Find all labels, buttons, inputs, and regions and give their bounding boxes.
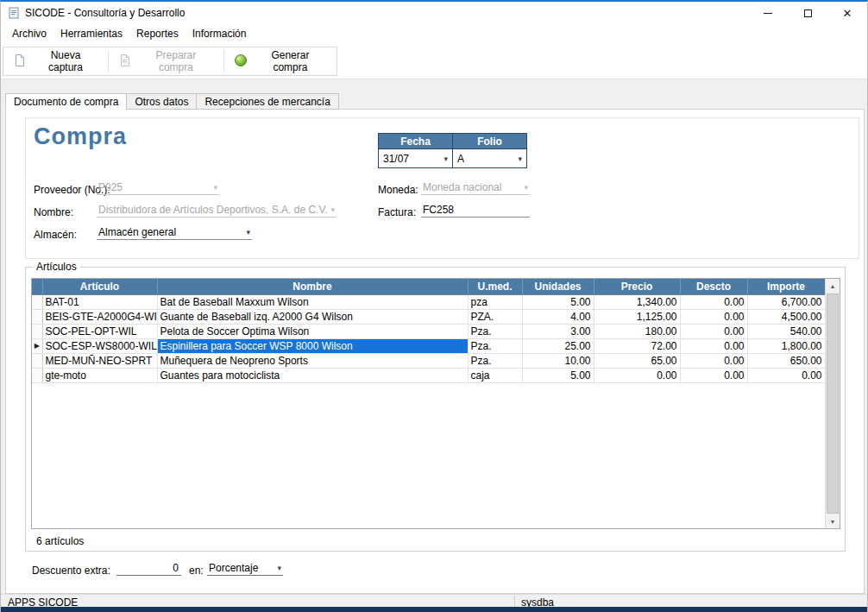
scrollbar-thumb[interactable] [827,293,839,514]
chevron-down-icon: ▾ [524,183,528,192]
cell-precio[interactable]: 0.00 [594,368,680,382]
tab-otros-datos[interactable]: Otros datos [126,93,197,110]
row-selector [32,324,42,338]
cell-articulo[interactable]: SOC-PEL-OPT-WIL [42,324,157,338]
purchase-header-panel: Compra Fecha Folio 31/07▾ A▾ Proveedor (… [25,117,859,259]
menu-archivo[interactable]: Archivo [5,26,53,41]
cell-descto[interactable]: 0.00 [680,368,747,382]
cell-umed[interactable]: Pza. [468,353,522,368]
cell-nombre[interactable]: Guantes para motociclista [157,368,468,382]
chevron-down-icon: ▾ [443,155,448,163]
cell-articulo[interactable]: BAT-01 [42,294,157,309]
vertical-scrollbar[interactable]: ▲ ▼ [825,279,840,528]
descuento-tipo-select[interactable]: Porcentaje ▾ [207,561,283,576]
cell-importe[interactable]: 540.00 [747,324,825,338]
maximize-button[interactable] [788,2,827,24]
factura-input[interactable]: FC258 [421,203,530,218]
cell-unidades[interactable]: 3.00 [522,324,594,338]
toolbar: Nueva captura Preparar compra Generar co… [1,42,867,79]
preparar-compra-button: Preparar compra [109,47,223,75]
generar-compra-button[interactable]: Generar compra [224,47,337,75]
cell-importe[interactable]: 6,700.00 [747,294,825,309]
cell-articulo[interactable]: SOC-ESP-WS8000-WIL [42,338,157,353]
folio-select[interactable]: A▾ [453,149,527,168]
almacen-select[interactable]: Almacén general ▾ [97,225,252,240]
factura-value: FC258 [423,204,454,216]
row-selector [32,294,42,309]
column-header-descto[interactable]: Descto [680,279,747,294]
cell-umed[interactable]: Pza. [468,324,522,338]
cell-nombre[interactable]: Guante de Baseball izq. A2000 G4 Wilson [157,309,468,324]
cell-articulo[interactable]: gte-moto [42,368,157,382]
column-header-umed[interactable]: U.med. [468,279,522,294]
cell-unidades[interactable]: 5.00 [522,368,594,382]
table-row[interactable]: BAT-01Bat de Baseball Maxxum Wilsonpza5.… [32,294,825,309]
cell-descto[interactable]: 0.00 [680,309,747,324]
table-row[interactable]: gte-motoGuantes para motociclistacaja5.0… [32,368,825,382]
cell-precio[interactable]: 1,125.00 [594,309,680,324]
menu-herramientas[interactable]: Herramientas [53,26,129,41]
table-row[interactable]: ▶SOC-ESP-WS8000-WILEspinillera para Socc… [32,338,825,353]
descuento-extra-input[interactable]: 0 [116,561,181,576]
table-row[interactable]: SOC-PEL-OPT-WILPelota de Soccer Optima W… [32,324,825,338]
scroll-up-button[interactable]: ▲ [826,279,840,293]
cell-descto[interactable]: 0.00 [680,338,747,353]
descuento-extra-label: Descuento extra: [32,565,110,577]
scroll-down-icon: ▼ [830,519,836,525]
folio-value: A [457,153,464,165]
nueva-captura-button[interactable]: Nueva captura [3,47,108,75]
column-header-nombre[interactable]: Nombre [157,279,468,294]
fecha-select[interactable]: 31/07▾ [379,149,453,168]
minimize-icon [764,13,772,14]
cell-nombre[interactable]: Espinillera para Soccer WSP 8000 Wilson [157,338,468,353]
cell-precio[interactable]: 72.00 [594,338,680,353]
almacen-label: Almacén: [34,229,77,241]
cell-precio[interactable]: 1,340.00 [594,294,680,309]
cell-descto[interactable]: 0.00 [680,324,747,338]
cell-descto[interactable]: 0.00 [680,294,747,309]
cell-umed[interactable]: Pza. [468,338,522,353]
column-header-articulo[interactable]: Artículo [42,279,157,294]
column-header-importe[interactable]: Importe [747,279,825,294]
cell-articulo[interactable]: MED-MUÑ-NEO-SPRT [42,353,157,368]
cell-unidades[interactable]: 25.00 [522,338,594,353]
cell-nombre[interactable]: Bat de Baseball Maxxum Wilson [157,294,468,309]
close-button[interactable]: ✕ [827,2,867,24]
cell-unidades[interactable]: 4.00 [522,309,594,324]
window-controls: ✕ [748,2,867,24]
table-row[interactable]: MED-MUÑ-NEO-SPRTMuñequera de Neopreno Sp… [32,353,825,368]
nombre-value: Distribuidora de Artículos Deportivos, S… [98,204,328,216]
cell-umed[interactable]: caja [468,368,522,382]
cell-importe[interactable]: 0.00 [747,368,825,382]
cell-precio[interactable]: 65.00 [594,353,680,368]
cell-nombre[interactable]: Muñequera de Neopreno Sports [157,353,468,368]
descuento-tipo-value: Porcentaje [209,562,258,574]
cell-articulo[interactable]: BEIS-GTE-A2000G4-WIL [42,309,157,324]
moneda-label: Moneda: [378,184,418,196]
cell-umed[interactable]: PZA. [468,309,522,324]
cell-nombre[interactable]: Pelota de Soccer Optima Wilson [157,324,468,338]
status-divider [514,596,515,608]
header-row: Artículo Nombre U.med. Unidades Precio D… [32,279,825,294]
cell-importe[interactable]: 4,500.00 [747,309,825,324]
table-row[interactable]: BEIS-GTE-A2000G4-WILGuante de Baseball i… [32,309,825,324]
menu-reportes[interactable]: Reportes [129,26,186,41]
chevron-down-icon: ▾ [277,564,281,572]
menu-bar: Archivo Herramientas Reportes Informació… [1,24,867,42]
minimize-button[interactable] [748,2,788,24]
cell-importe[interactable]: 650.00 [747,353,825,368]
menu-informacion[interactable]: Información [186,26,254,41]
tab-documento-de-compra[interactable]: Documento de compra [5,93,127,110]
cell-precio[interactable]: 180.00 [594,324,680,338]
close-icon: ✕ [843,8,852,19]
cell-descto[interactable]: 0.00 [680,353,747,368]
cell-umed[interactable]: pza [468,294,522,309]
column-header-unidades[interactable]: Unidades [522,279,594,294]
cell-unidades[interactable]: 10.00 [522,353,594,368]
scroll-down-button[interactable]: ▼ [826,514,840,528]
tab-recepciones-de-mercancia[interactable]: Recepciones de mercancía [196,93,338,110]
cell-importe[interactable]: 1,800.00 [747,338,825,353]
row-selector [32,309,42,324]
cell-unidades[interactable]: 5.00 [522,294,594,309]
column-header-precio[interactable]: Precio [594,279,680,294]
